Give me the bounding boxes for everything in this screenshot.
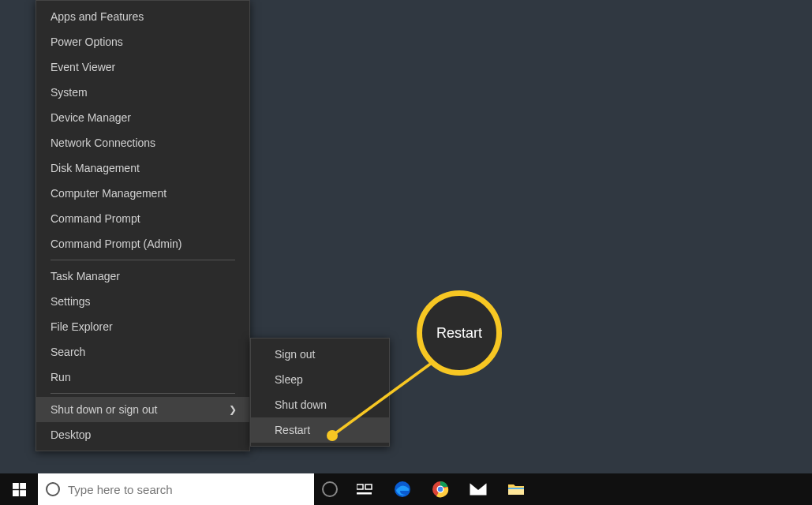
winx-context-menu: Apps and Features Power Options Event Vi… bbox=[36, 0, 250, 451]
menu-item-label: Task Manager bbox=[51, 270, 120, 282]
menu-item-label: Run bbox=[51, 371, 71, 383]
menu-item-task-manager[interactable]: Task Manager bbox=[36, 264, 249, 289]
menu-item-label: Shut down or sign out bbox=[51, 403, 157, 416]
menu-item-file-explorer[interactable]: File Explorer bbox=[36, 314, 249, 339]
svg-point-11 bbox=[438, 487, 443, 492]
task-view-button[interactable] bbox=[346, 473, 384, 505]
callout-label: Restart bbox=[436, 325, 482, 342]
menu-item-event-viewer[interactable]: Event Viewer bbox=[36, 54, 249, 80]
menu-item-label: Event Viewer bbox=[51, 61, 115, 73]
menu-item-label: Network Connections bbox=[51, 137, 155, 149]
menu-item-label: Sign out bbox=[275, 348, 315, 361]
menu-item-computer-management[interactable]: Computer Management bbox=[36, 181, 249, 206]
cortana-button[interactable] bbox=[314, 481, 346, 497]
cortana-ring-icon bbox=[322, 481, 338, 497]
submenu-item-restart[interactable]: Restart bbox=[251, 417, 389, 443]
menu-item-label: System bbox=[51, 86, 88, 99]
taskbar-app-mail[interactable] bbox=[459, 473, 497, 505]
taskbar-app-chrome[interactable] bbox=[421, 473, 459, 505]
search-icon bbox=[46, 482, 60, 496]
menu-item-shutdown-or-signout[interactable]: Shut down or sign out ❯ bbox=[36, 397, 249, 422]
menu-item-label: Disk Management bbox=[51, 162, 140, 174]
menu-item-label: Settings bbox=[51, 295, 91, 308]
taskbar: Type here to search bbox=[0, 473, 812, 505]
menu-item-label: Computer Management bbox=[51, 187, 167, 200]
menu-item-label: Sleep bbox=[275, 373, 303, 386]
mail-icon bbox=[470, 483, 487, 496]
taskbar-search-box[interactable]: Type here to search bbox=[38, 473, 314, 505]
svg-rect-7 bbox=[357, 492, 372, 495]
folder-icon bbox=[507, 482, 525, 496]
edge-icon bbox=[394, 481, 411, 498]
svg-rect-1 bbox=[13, 483, 19, 489]
taskbar-app-edge[interactable] bbox=[384, 473, 421, 505]
svg-rect-5 bbox=[357, 484, 363, 489]
submenu-item-sign-out[interactable]: Sign out bbox=[251, 342, 389, 367]
menu-item-label: Desktop bbox=[51, 428, 91, 441]
submenu-arrow-icon: ❯ bbox=[229, 404, 237, 415]
shutdown-submenu: Sign out Sleep Shut down Restart bbox=[250, 338, 390, 447]
menu-item-run[interactable]: Run bbox=[36, 365, 249, 390]
svg-rect-3 bbox=[13, 490, 19, 496]
menu-item-label: Command Prompt bbox=[51, 212, 140, 225]
menu-item-system[interactable]: System bbox=[36, 80, 249, 105]
menu-item-power-options[interactable]: Power Options bbox=[36, 29, 249, 54]
windows-logo-icon bbox=[13, 483, 26, 496]
menu-item-label: Command Prompt (Admin) bbox=[51, 238, 182, 250]
svg-rect-4 bbox=[20, 490, 26, 496]
menu-item-label: Restart bbox=[275, 424, 310, 436]
svg-rect-15 bbox=[508, 488, 524, 489]
task-view-icon bbox=[357, 483, 372, 496]
menu-item-label: Shut down bbox=[275, 398, 327, 411]
menu-separator bbox=[51, 393, 235, 394]
menu-separator bbox=[51, 260, 235, 260]
callout-circle-restart: Restart bbox=[417, 290, 502, 376]
svg-rect-6 bbox=[365, 484, 372, 489]
menu-item-search[interactable]: Search bbox=[36, 339, 249, 365]
svg-rect-2 bbox=[20, 483, 26, 489]
callout-dot bbox=[327, 430, 338, 441]
menu-item-desktop[interactable]: Desktop bbox=[36, 422, 249, 447]
menu-item-settings[interactable]: Settings bbox=[36, 289, 249, 314]
menu-item-disk-management[interactable]: Disk Management bbox=[36, 155, 249, 181]
menu-item-label: Search bbox=[51, 346, 85, 358]
menu-item-command-prompt-admin[interactable]: Command Prompt (Admin) bbox=[36, 231, 249, 256]
start-button[interactable] bbox=[0, 473, 38, 505]
taskbar-app-file-explorer[interactable] bbox=[497, 473, 535, 505]
search-placeholder-text: Type here to search bbox=[68, 483, 173, 496]
submenu-item-sleep[interactable]: Sleep bbox=[251, 367, 389, 392]
menu-item-label: File Explorer bbox=[51, 320, 113, 333]
menu-item-label: Device Manager bbox=[51, 111, 131, 124]
menu-item-device-manager[interactable]: Device Manager bbox=[36, 105, 249, 130]
chrome-icon bbox=[432, 481, 449, 498]
menu-item-network-connections[interactable]: Network Connections bbox=[36, 130, 249, 155]
menu-item-label: Power Options bbox=[51, 36, 123, 48]
menu-item-command-prompt[interactable]: Command Prompt bbox=[36, 206, 249, 231]
submenu-item-shut-down[interactable]: Shut down bbox=[251, 392, 389, 417]
menu-item-label: Apps and Features bbox=[51, 10, 144, 23]
menu-item-apps-and-features[interactable]: Apps and Features bbox=[36, 4, 249, 29]
